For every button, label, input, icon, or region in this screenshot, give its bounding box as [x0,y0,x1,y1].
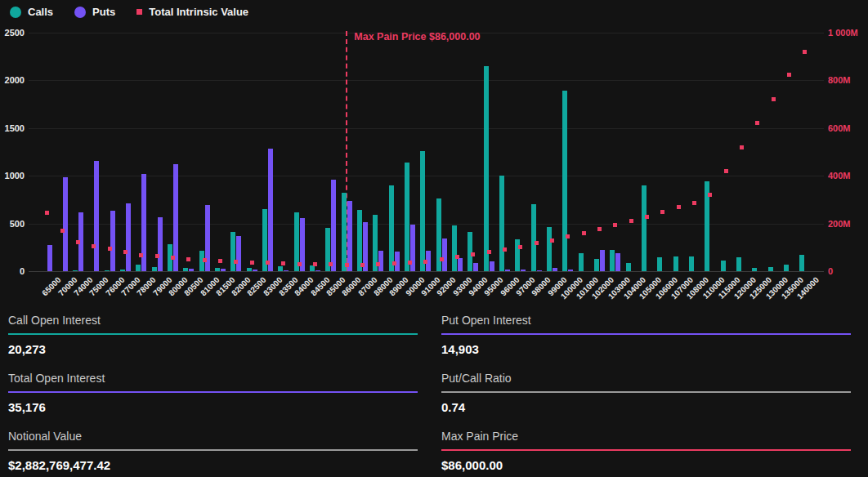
calls-bar[interactable] [673,256,678,271]
puts-bar[interactable] [63,177,68,271]
intrinsic-value-point[interactable] [234,260,238,264]
calls-bar[interactable] [531,204,536,271]
calls-bar[interactable] [736,257,741,271]
puts-bar[interactable] [253,270,257,271]
intrinsic-value-point[interactable] [376,262,380,266]
calls-bar[interactable] [120,270,125,271]
intrinsic-value-point[interactable] [329,262,333,266]
calls-bar[interactable] [152,267,157,271]
intrinsic-value-point[interactable] [629,219,633,223]
calls-bar[interactable] [515,239,520,271]
intrinsic-value-point[interactable] [535,241,539,245]
puts-bar[interactable] [505,270,510,271]
intrinsic-value-point[interactable] [708,193,712,197]
intrinsic-value-point[interactable] [582,231,586,235]
intrinsic-value-point[interactable] [218,259,222,263]
intrinsic-value-point[interactable] [360,263,365,267]
puts-bar[interactable] [47,245,52,271]
calls-bar[interactable] [579,253,584,271]
intrinsic-value-point[interactable] [613,223,617,227]
calls-bar[interactable] [721,261,726,271]
intrinsic-value-point[interactable] [203,258,207,262]
calls-bar[interactable] [342,193,347,271]
intrinsic-value-point[interactable] [298,262,302,266]
puts-bar[interactable] [221,269,226,271]
legend-item-total-intrinsic-value[interactable]: Total Intrinsic Value [136,6,248,18]
calls-bar[interactable] [310,265,315,271]
puts-bar[interactable] [268,149,273,271]
calls-bar[interactable] [278,266,283,271]
intrinsic-value-point[interactable] [392,261,396,265]
calls-bar[interactable] [247,268,252,271]
intrinsic-value-point[interactable] [772,97,776,101]
puts-bar[interactable] [615,253,620,271]
puts-bar[interactable] [553,268,557,271]
calls-bar[interactable] [799,255,804,271]
intrinsic-value-point[interactable] [186,257,190,261]
intrinsic-value-point[interactable] [803,50,807,54]
intrinsic-value-point[interactable] [645,215,649,219]
intrinsic-value-point[interactable] [171,256,175,260]
puts-bar[interactable] [94,161,99,271]
intrinsic-value-point[interactable] [503,247,507,252]
intrinsic-value-point[interactable] [60,229,65,233]
puts-bar[interactable] [600,250,605,271]
puts-bar[interactable] [236,236,241,271]
calls-bar[interactable] [452,225,457,271]
calls-bar[interactable] [230,232,235,271]
intrinsic-value-point[interactable] [76,240,80,244]
intrinsic-value-point[interactable] [787,73,791,77]
puts-bar[interactable] [537,270,542,271]
intrinsic-value-point[interactable] [487,250,491,254]
intrinsic-value-point[interactable] [123,250,128,254]
intrinsic-value-point[interactable] [155,254,159,258]
calls-bar[interactable] [752,268,757,271]
puts-bar[interactable] [331,180,336,271]
intrinsic-value-point[interactable] [677,205,681,209]
intrinsic-value-point[interactable] [755,121,759,125]
intrinsic-value-point[interactable] [660,210,664,214]
puts-bar[interactable] [521,270,526,271]
intrinsic-value-point[interactable] [597,227,602,231]
intrinsic-value-point[interactable] [455,255,459,259]
intrinsic-value-point[interactable] [45,211,49,215]
calls-bar[interactable] [784,265,789,271]
puts-bar[interactable] [442,238,447,271]
puts-bar[interactable] [284,270,289,271]
intrinsic-value-point[interactable] [566,234,570,238]
intrinsic-value-point[interactable] [471,252,475,256]
calls-bar[interactable] [499,176,504,271]
intrinsic-value-point[interactable] [281,261,285,265]
calls-bar[interactable] [547,227,552,271]
intrinsic-value-point[interactable] [345,263,349,267]
puts-bar[interactable] [126,203,131,271]
calls-bar[interactable] [484,66,489,271]
intrinsic-value-point[interactable] [440,257,444,261]
puts-bar[interactable] [189,269,194,271]
calls-bar[interactable] [389,185,394,271]
calls-bar[interactable] [594,259,599,271]
intrinsic-value-point[interactable] [550,238,554,243]
calls-bar[interactable] [562,91,567,271]
intrinsic-value-point[interactable] [724,169,728,173]
legend-item-puts[interactable]: Puts [74,6,115,18]
intrinsic-value-point[interactable] [139,253,143,257]
calls-bar[interactable] [183,268,188,271]
intrinsic-value-point[interactable] [313,262,317,266]
calls-bar[interactable] [768,267,773,271]
legend-item-calls[interactable]: Calls [10,6,53,18]
puts-bar[interactable] [158,217,163,271]
intrinsic-value-point[interactable] [92,244,96,248]
calls-bar[interactable] [136,265,141,271]
calls-bar[interactable] [642,185,647,271]
puts-bar[interactable] [378,251,383,271]
intrinsic-value-point[interactable] [266,261,270,265]
puts-bar[interactable] [315,270,320,271]
intrinsic-value-point[interactable] [108,247,112,251]
calls-bar[interactable] [405,163,409,271]
calls-bar[interactable] [626,263,631,271]
puts-bar[interactable] [110,211,115,271]
calls-bar[interactable] [73,270,78,271]
puts-bar[interactable] [490,261,494,271]
calls-bar[interactable] [610,250,615,271]
